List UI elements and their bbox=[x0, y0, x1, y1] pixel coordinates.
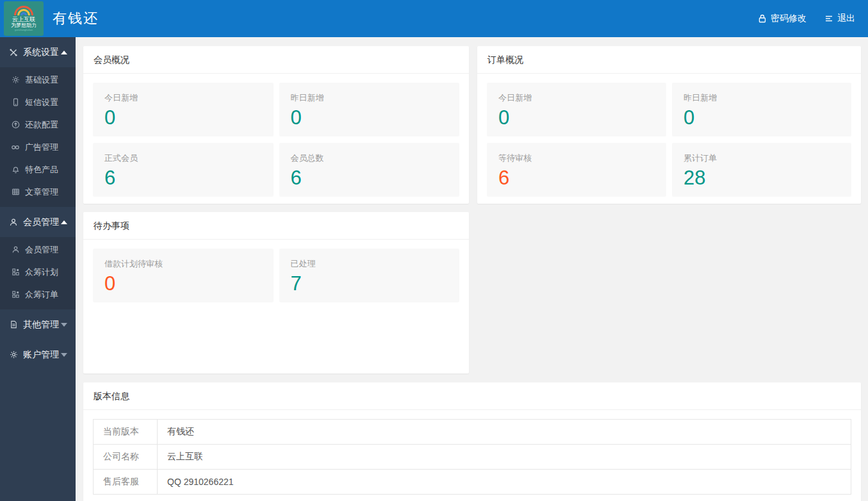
stat-value: 0 bbox=[498, 107, 655, 129]
version-row-value: 云上互联 bbox=[158, 445, 851, 470]
stat-order-pending-review: 等待审核 6 bbox=[487, 143, 666, 197]
todo-card: 待办事项 借款计划待审核 0 已处理 7 bbox=[83, 212, 469, 374]
sidebar-item-member-management[interactable]: 会员管理 bbox=[0, 238, 76, 261]
stat-member-formal: 正式会员 6 bbox=[93, 143, 274, 197]
stat-label: 昨日新增 bbox=[291, 92, 448, 104]
sidebar-item-sms-settings[interactable]: 短信设置 bbox=[0, 91, 76, 113]
sidebar-item-label: 基础设置 bbox=[25, 74, 58, 86]
sidebar-item-ad-management[interactable]: 广告管理 bbox=[0, 136, 76, 158]
infinity-icon bbox=[11, 143, 20, 152]
sidebar-item-crowdfunding-orders[interactable]: 众筹订单 bbox=[0, 283, 76, 306]
sidebar-item-label: 广告管理 bbox=[25, 142, 58, 153]
stat-value: 28 bbox=[684, 167, 840, 189]
stat-value: 6 bbox=[104, 167, 262, 189]
sidebar-section-account-management[interactable]: 账户管理 bbox=[0, 340, 76, 370]
stat-value: 0 bbox=[684, 107, 840, 129]
stat-value: 6 bbox=[291, 167, 448, 189]
table-row: 公司名称 云上互联 bbox=[94, 445, 851, 470]
file-icon bbox=[9, 320, 18, 329]
sidebar-item-basic-settings[interactable]: 基础设置 bbox=[0, 69, 76, 91]
sidebar-section-label: 账户管理 bbox=[23, 349, 59, 361]
order-overview-title: 订单概况 bbox=[477, 46, 861, 74]
sidebar: 系统设置 基础设置 短信设 bbox=[0, 37, 76, 501]
stat-member-today-new: 今日新增 0 bbox=[93, 83, 274, 136]
version-row-value: 有钱还 bbox=[158, 420, 851, 445]
stat-label: 会员总数 bbox=[291, 152, 448, 164]
sidebar-item-article-management[interactable]: 文章管理 bbox=[0, 181, 76, 203]
caret-down-icon bbox=[61, 353, 67, 357]
overview-row: 会员概况 今日新增 0 昨日新增 0 正式会员 6 bbox=[83, 46, 861, 204]
member-management-submenu: 会员管理 众筹计划 bbox=[0, 237, 76, 309]
topbar-actions: 密码修改 退出 bbox=[758, 13, 855, 24]
bell-icon bbox=[11, 165, 20, 174]
sidebar-item-crowdfunding-plan[interactable]: 众筹计划 bbox=[0, 261, 76, 283]
stat-label: 正式会员 bbox=[104, 152, 262, 164]
logout-icon bbox=[824, 14, 833, 23]
gear-icon bbox=[11, 76, 20, 85]
user-outline-icon bbox=[11, 245, 20, 254]
caret-down-icon bbox=[61, 323, 67, 327]
top-header-bar: 云上互联 为梦想助力 yunshanghulian 有钱还 密码修改 bbox=[0, 0, 868, 37]
sidebar-section-system-settings[interactable]: 系统设置 bbox=[0, 37, 76, 67]
caret-up-icon bbox=[61, 51, 67, 54]
stat-label: 已处理 bbox=[291, 258, 448, 270]
phone-icon bbox=[11, 98, 20, 107]
sidebar-section-label: 其他管理 bbox=[23, 319, 59, 331]
stat-order-yesterday-new: 昨日新增 0 bbox=[672, 83, 851, 136]
stat-value: 6 bbox=[498, 167, 655, 189]
version-row-label: 当前版本 bbox=[94, 420, 158, 445]
change-password-label: 密码修改 bbox=[771, 13, 807, 24]
sidebar-item-label: 众筹计划 bbox=[25, 267, 58, 278]
app-window: 云上互联 为梦想助力 yunshanghulian 有钱还 密码修改 bbox=[0, 0, 868, 501]
sidebar-item-repayment-config[interactable]: 还款配置 bbox=[0, 113, 76, 136]
version-info-title: 版本信息 bbox=[83, 382, 861, 410]
logout-button[interactable]: 退出 bbox=[824, 13, 855, 24]
todo-row: 待办事项 借款计划待审核 0 已处理 7 bbox=[83, 212, 861, 374]
stat-order-today-new: 今日新增 0 bbox=[487, 83, 666, 136]
sidebar-item-featured-products[interactable]: 特色产品 bbox=[0, 158, 76, 181]
gear-icon bbox=[9, 350, 18, 359]
logout-label: 退出 bbox=[837, 13, 855, 24]
version-row-value: QQ 2910266221 bbox=[158, 470, 851, 495]
stat-order-total: 累计订单 28 bbox=[672, 143, 851, 197]
stat-label: 今日新增 bbox=[498, 92, 655, 104]
stat-label: 等待审核 bbox=[498, 152, 655, 164]
logo-text-line1: 云上互联 bbox=[12, 16, 35, 22]
stat-member-total: 会员总数 6 bbox=[279, 143, 460, 197]
user-icon bbox=[9, 218, 18, 227]
todo-title: 待办事项 bbox=[83, 212, 469, 240]
sidebar-section-other-management[interactable]: 其他管理 bbox=[0, 309, 76, 340]
sidebar-item-label: 会员管理 bbox=[25, 244, 58, 256]
stat-value: 0 bbox=[104, 107, 262, 129]
sidebar-section-label: 会员管理 bbox=[23, 217, 59, 228]
member-overview-title: 会员概况 bbox=[83, 46, 469, 74]
stat-value: 7 bbox=[291, 273, 448, 295]
tools-icon bbox=[9, 48, 18, 57]
sidebar-item-label: 短信设置 bbox=[25, 97, 58, 108]
stat-loan-plan-pending: 借款计划待审核 0 bbox=[93, 249, 274, 302]
version-row-label: 售后客服 bbox=[94, 470, 158, 495]
sidebar-section-label: 系统设置 bbox=[23, 47, 59, 58]
sidebar-item-label: 文章管理 bbox=[25, 186, 58, 198]
lock-icon bbox=[758, 14, 767, 23]
version-row: 版本信息 当前版本 有钱还 公司名称 云上互联 bbox=[83, 382, 861, 501]
stat-label: 今日新增 bbox=[104, 92, 262, 104]
stat-member-yesterday-new: 昨日新增 0 bbox=[279, 83, 460, 136]
sidebar-section-member-management[interactable]: 会员管理 bbox=[0, 207, 76, 237]
table-icon bbox=[11, 188, 20, 197]
stat-label: 累计订单 bbox=[684, 152, 840, 164]
caret-up-icon bbox=[61, 220, 67, 224]
version-info-card: 版本信息 当前版本 有钱还 公司名称 云上互联 bbox=[83, 382, 861, 501]
blocks-icon bbox=[11, 290, 20, 299]
order-overview-card: 订单概况 今日新增 0 昨日新增 0 等待审核 6 bbox=[477, 46, 861, 204]
circle-arrow-up-icon bbox=[11, 120, 20, 129]
stat-value: 0 bbox=[291, 107, 448, 129]
company-logo: 云上互联 为梦想助力 yunshanghulian bbox=[4, 1, 44, 36]
version-row-label: 公司名称 bbox=[94, 445, 158, 470]
stat-label: 借款计划待审核 bbox=[104, 258, 262, 270]
logo-text-line2: 为梦想助力 bbox=[11, 22, 37, 28]
version-table: 当前版本 有钱还 公司名称 云上互联 售后客服 QQ 2910266221 bbox=[93, 419, 851, 495]
change-password-button[interactable]: 密码修改 bbox=[758, 13, 807, 24]
stat-value: 0 bbox=[104, 273, 262, 295]
sidebar-item-label: 特色产品 bbox=[25, 164, 58, 176]
